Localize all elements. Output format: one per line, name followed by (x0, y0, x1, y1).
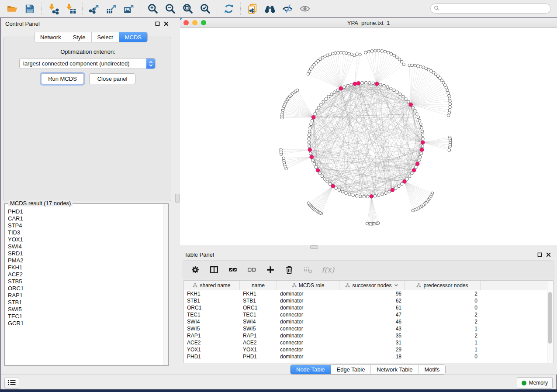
network-node[interactable] (448, 94, 451, 97)
mcds-hub-node[interactable] (353, 82, 356, 86)
network-node[interactable] (329, 182, 332, 186)
network-node[interactable] (418, 159, 421, 162)
network-node[interactable] (323, 178, 326, 181)
minimize-window-traffic-light[interactable] (192, 20, 197, 25)
network-node[interactable] (337, 52, 340, 55)
table-row[interactable]: SWI4SWI4dominator462 (184, 318, 553, 325)
mcds-hub-node[interactable] (339, 87, 343, 90)
network-node[interactable] (420, 152, 423, 155)
tab-motifs[interactable]: Motifs (419, 365, 446, 374)
network-node[interactable] (318, 172, 322, 175)
network-node[interactable] (345, 192, 348, 195)
network-node[interactable] (280, 148, 283, 151)
mcds-result-item[interactable]: SRD1 (8, 250, 163, 257)
network-node[interactable] (308, 141, 311, 144)
network-node[interactable] (311, 119, 314, 122)
tab-network-table[interactable]: Network Table (370, 365, 418, 374)
network-node[interactable] (336, 89, 339, 92)
vertical-splitter[interactable] (175, 18, 180, 375)
network-node[interactable] (350, 83, 353, 86)
import-network-from-file-button[interactable] (45, 1, 62, 16)
table-row[interactable]: SWI5SWI5connector431 (184, 325, 553, 332)
network-node[interactable] (364, 51, 367, 54)
mcds-hub-node[interactable] (416, 162, 419, 165)
network-node[interactable] (384, 192, 387, 195)
network-node[interactable] (381, 193, 384, 196)
mcds-hub-node[interactable] (409, 103, 412, 106)
tab-edge-table[interactable]: Edge Table (331, 365, 371, 374)
network-node[interactable] (420, 126, 423, 129)
network-node[interactable] (400, 182, 403, 186)
network-node[interactable] (348, 193, 351, 196)
network-node[interactable] (387, 51, 390, 54)
network-node[interactable] (326, 180, 329, 183)
tab-style[interactable]: Style (67, 32, 91, 42)
network-node[interactable] (308, 134, 311, 137)
network-node[interactable] (322, 100, 325, 103)
memory-button[interactable]: Memory (517, 377, 553, 389)
network-node[interactable] (447, 114, 450, 117)
run-mcds-button[interactable]: Run MCDS (41, 73, 84, 84)
network-node[interactable] (308, 138, 311, 141)
zoom-fit-button[interactable] (179, 1, 197, 16)
network-node[interactable] (414, 64, 417, 67)
column-header-predecessor-nodes[interactable]: predecessor nodes (405, 281, 481, 290)
network-node[interactable] (338, 189, 341, 192)
table-row[interactable]: STB1STB1dominator620 (184, 297, 553, 304)
network-node[interactable] (308, 145, 311, 148)
network-node[interactable] (367, 50, 370, 53)
zoom-window-traffic-light[interactable] (201, 20, 206, 25)
network-node[interactable] (374, 49, 377, 52)
zoom-selected-button[interactable] (197, 1, 214, 16)
network-node[interactable] (447, 92, 450, 95)
network-node[interactable] (408, 175, 411, 178)
network-node[interactable] (393, 89, 396, 92)
network-node[interactable] (418, 119, 421, 122)
select-all-rows-button[interactable] (228, 265, 238, 275)
network-node[interactable] (402, 95, 405, 98)
table-scrollbar[interactable] (547, 281, 553, 363)
float-table-panel-icon[interactable] (535, 251, 544, 258)
network-node[interactable] (310, 123, 313, 126)
network-node[interactable] (422, 138, 425, 141)
network-node[interactable] (386, 86, 389, 89)
network-node[interactable] (335, 187, 338, 190)
table-scrollbar-thumb[interactable] (548, 292, 552, 344)
network-node[interactable] (319, 103, 322, 106)
network-node[interactable] (368, 82, 371, 85)
table-row[interactable]: RAP1RAP1dominator352 (184, 332, 553, 339)
mcds-result-item[interactable]: PMA2 (8, 257, 163, 264)
network-node[interactable] (379, 83, 382, 86)
search-input[interactable] (441, 4, 550, 13)
network-node[interactable] (396, 91, 399, 94)
export-image-button[interactable] (121, 1, 138, 16)
network-node[interactable] (406, 178, 409, 181)
network-node[interactable] (398, 185, 401, 188)
network-node[interactable] (359, 195, 362, 198)
network-node[interactable] (374, 195, 377, 198)
network-node[interactable] (341, 190, 344, 193)
network-node[interactable] (381, 50, 384, 53)
network-node[interactable] (393, 54, 396, 57)
export-network-button[interactable] (86, 1, 103, 16)
network-node[interactable] (402, 63, 405, 66)
float-panel-icon[interactable] (153, 20, 162, 28)
open-session-button[interactable] (3, 1, 21, 16)
network-node[interactable] (421, 134, 424, 137)
network-node[interactable] (394, 187, 398, 190)
deselect-all-rows-button[interactable] (246, 265, 257, 275)
network-node[interactable] (449, 100, 452, 103)
tab-mcds[interactable]: MCDS (119, 32, 147, 42)
network-node[interactable] (448, 97, 451, 100)
network-node[interactable] (313, 162, 316, 165)
mcds-hub-node[interactable] (311, 115, 315, 119)
network-node[interactable] (363, 195, 366, 198)
mcds-result-item[interactable]: SWI5 (8, 306, 163, 313)
network-node[interactable] (405, 98, 408, 101)
network-node[interactable] (359, 53, 362, 56)
network-node[interactable] (317, 106, 320, 109)
network-node[interactable] (448, 149, 451, 152)
close-panel-icon[interactable] (162, 20, 170, 28)
tab-select[interactable]: Select (91, 32, 119, 42)
network-node[interactable] (296, 89, 299, 92)
